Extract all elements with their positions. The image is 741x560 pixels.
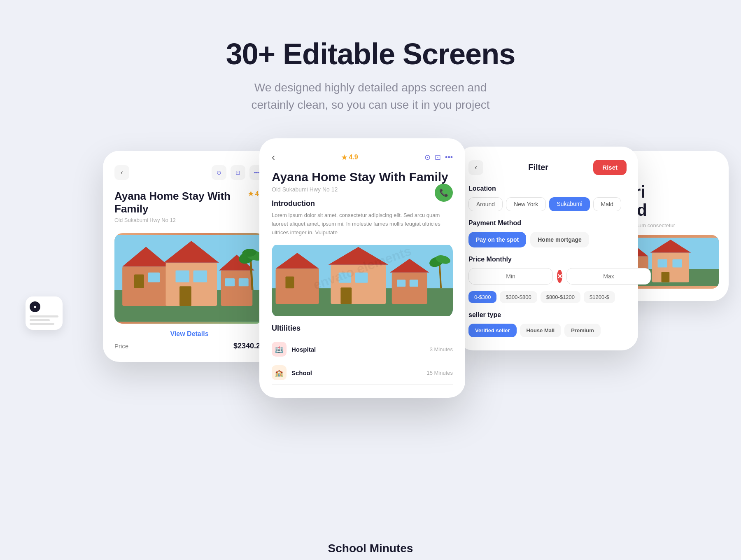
house-mall-btn[interactable]: House Mall bbox=[520, 324, 562, 337]
header-section: 30+ Editable Screens We designed highly … bbox=[0, 0, 741, 138]
price-range-tags: 0-$300 $300-$800 $800-$1200 $1200-$ bbox=[468, 291, 627, 303]
svg-rect-31 bbox=[397, 280, 405, 287]
back-button[interactable]: ‹ bbox=[114, 165, 129, 180]
seller-options: Verified seller House Mall Premium bbox=[468, 324, 627, 337]
price-divider: ✕ bbox=[557, 270, 562, 283]
svg-rect-4 bbox=[134, 275, 144, 289]
rating-value-middle: 4.9 bbox=[349, 154, 358, 161]
reset-button[interactable]: Riset bbox=[593, 160, 627, 175]
price-max-input[interactable] bbox=[566, 268, 651, 285]
filter-header: ‹ Filter Riset bbox=[468, 160, 627, 175]
payment-options: Pay on the spot Home mortgage bbox=[468, 232, 627, 247]
star-icon-middle: ★ bbox=[341, 154, 347, 161]
location-label: Location bbox=[468, 185, 627, 192]
price-label-left: Price bbox=[114, 343, 128, 350]
listing-image-left bbox=[114, 233, 264, 324]
pay-spot-btn[interactable]: Pay on the spot bbox=[468, 232, 526, 247]
listing-address-left: Old Sukabumi Hwy No 12 bbox=[114, 217, 248, 223]
svg-rect-5 bbox=[148, 273, 160, 282]
svg-rect-45 bbox=[662, 272, 670, 282]
intro-title: Introduction bbox=[272, 199, 453, 208]
price-monthly-label: Price Monthly bbox=[468, 256, 627, 263]
card-left-topbar: ‹ ⊙ ⊡ ••• bbox=[114, 165, 264, 180]
svg-rect-32 bbox=[410, 280, 418, 287]
price-tag-800-1200[interactable]: $800-$1200 bbox=[541, 291, 580, 303]
svg-rect-8 bbox=[175, 271, 189, 282]
svg-rect-26 bbox=[339, 273, 352, 283]
back-button-middle[interactable]: ‹ bbox=[272, 152, 275, 163]
svg-rect-44 bbox=[673, 259, 682, 268]
school-icon: 🏫 bbox=[272, 365, 287, 380]
school-time: 15 Minutes bbox=[426, 370, 453, 376]
svg-rect-24 bbox=[331, 265, 386, 304]
overlay-icon: ● bbox=[30, 301, 40, 312]
payment-label: Payment Method bbox=[468, 219, 627, 227]
price-range-inputs: ✕ bbox=[468, 268, 627, 285]
page-title: 30+ Editable Screens bbox=[0, 37, 741, 71]
svg-rect-23 bbox=[285, 277, 294, 289]
svg-rect-28 bbox=[340, 288, 352, 304]
price-min-input[interactable] bbox=[468, 268, 553, 285]
utilities-title: Ultilities bbox=[272, 324, 453, 333]
school-name: School bbox=[291, 369, 312, 376]
card-listing-middle: ‹ ★ 4.9 ⊙ ⊡ ••• Ayana Home Stay With Fam… bbox=[259, 138, 465, 398]
premium-btn[interactable]: Premium bbox=[564, 324, 601, 337]
rating-middle: ★ 4.9 bbox=[341, 154, 358, 161]
location-tags: Around New York Sukabumi Mald bbox=[468, 197, 627, 211]
bookmark-icon[interactable]: ⊡ bbox=[231, 165, 245, 180]
header-subtitle: We designed highly detailed apps screen … bbox=[0, 79, 741, 114]
listing-title-middle: Ayana Home Stay With Family bbox=[272, 170, 453, 184]
star-icon-left: ★ bbox=[248, 190, 254, 198]
utility-school: 🏫 School 15 Minutes bbox=[272, 361, 453, 385]
hospital-icon: 🏥 bbox=[272, 342, 287, 357]
tag-mald[interactable]: Mald bbox=[593, 197, 621, 211]
target-icon[interactable]: ⊙ bbox=[212, 165, 226, 180]
home-mortgage-btn[interactable]: Home mortgage bbox=[530, 232, 589, 247]
tag-new-york[interactable]: New York bbox=[506, 197, 546, 211]
view-details-btn[interactable]: View Details bbox=[114, 330, 264, 338]
card-listing-left: ‹ ⊙ ⊡ ••• Ayana Home Stay With Family Ol… bbox=[103, 151, 276, 362]
seller-label: seller type bbox=[468, 311, 627, 319]
overlay-bar-3 bbox=[30, 323, 54, 325]
price-tag-1200-plus[interactable]: $1200-$ bbox=[584, 291, 615, 303]
svg-rect-27 bbox=[355, 273, 368, 283]
svg-rect-14 bbox=[239, 278, 249, 286]
intro-text: Lorem ipsum dolor sit amet, consectetur … bbox=[272, 211, 453, 237]
svg-rect-41 bbox=[652, 253, 689, 282]
card-middle-icons: ⊙ ⊡ ••• bbox=[424, 153, 453, 162]
tag-around[interactable]: Around bbox=[468, 197, 503, 211]
hospital-name: Hospital bbox=[291, 346, 316, 353]
svg-rect-11 bbox=[221, 271, 253, 306]
svg-rect-2 bbox=[122, 267, 170, 306]
utility-hospital: 🏥 Hospital 3 Minutes bbox=[272, 338, 453, 361]
price-row-left: Price $2340.21 bbox=[114, 342, 264, 350]
verified-seller-btn[interactable]: Verified seller bbox=[468, 324, 517, 337]
card-filter: ‹ Filter Riset Location Around New York … bbox=[457, 147, 638, 350]
filter-title: Filter bbox=[528, 163, 548, 172]
listing-title-left: Ayana Home Stay With Family bbox=[114, 190, 248, 215]
svg-rect-43 bbox=[658, 259, 667, 268]
filter-back-button[interactable]: ‹ bbox=[468, 160, 483, 175]
svg-rect-9 bbox=[193, 271, 207, 282]
price-tag-0-300[interactable]: 0-$300 bbox=[468, 291, 496, 303]
listing-image-middle bbox=[272, 243, 453, 317]
tag-sukabumi[interactable]: Sukabumi bbox=[549, 197, 590, 211]
school-minutes-bar: School Minutes bbox=[0, 537, 741, 560]
hospital-time: 3 Minutes bbox=[430, 346, 453, 352]
card-middle-topbar: ‹ ★ 4.9 ⊙ ⊡ ••• bbox=[272, 152, 453, 163]
bookmark-icon-middle[interactable]: ⊡ bbox=[435, 153, 441, 162]
price-tag-300-800[interactable]: $300-$800 bbox=[500, 291, 537, 303]
target-icon-middle[interactable]: ⊙ bbox=[424, 153, 431, 162]
device-overlay: ● bbox=[26, 296, 63, 330]
svg-rect-29 bbox=[392, 273, 427, 304]
svg-rect-21 bbox=[276, 269, 319, 304]
more-icon-middle[interactable]: ••• bbox=[445, 153, 453, 162]
overlay-bar-1 bbox=[30, 315, 58, 317]
svg-rect-13 bbox=[225, 278, 235, 286]
phone-button[interactable]: 📞 bbox=[435, 184, 453, 202]
svg-rect-10 bbox=[179, 287, 191, 306]
school-minutes-label: School Minutes bbox=[328, 542, 413, 555]
overlay-bar-2 bbox=[30, 319, 50, 321]
card-left-icons: ⊙ ⊡ ••• bbox=[212, 165, 264, 180]
cards-section: ‹ ⊙ ⊡ ••• Ayana Home Stay With Family Ol… bbox=[0, 138, 741, 398]
